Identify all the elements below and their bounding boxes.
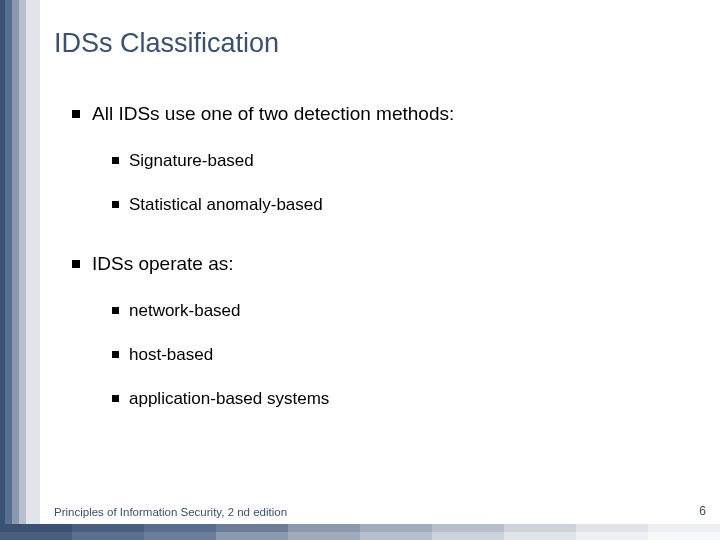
bullet-level-2: Statistical anomaly-based	[112, 195, 694, 215]
page-number: 6	[699, 504, 706, 518]
page-title: IDSs Classification	[54, 28, 694, 59]
bullet-level-1: IDSs operate as:	[72, 253, 694, 275]
bullet-text: All IDSs use one of two detection method…	[92, 103, 454, 125]
left-decoration-stripe	[0, 0, 40, 524]
bullet-text: Signature-based	[129, 151, 254, 171]
square-bullet-icon	[112, 395, 119, 402]
square-bullet-icon	[72, 260, 80, 268]
bullet-text: IDSs operate as:	[92, 253, 234, 275]
square-bullet-icon	[112, 307, 119, 314]
bottom-decoration-bar	[0, 524, 720, 540]
bullet-text: Statistical anomaly-based	[129, 195, 323, 215]
square-bullet-icon	[72, 110, 80, 118]
square-bullet-icon	[112, 157, 119, 164]
bullet-level-2: network-based	[112, 301, 694, 321]
bullet-level-2: application-based systems	[112, 389, 694, 409]
footer-text: Principles of Information Security, 2 nd…	[54, 506, 287, 518]
slide-content: IDSs Classification All IDSs use one of …	[54, 28, 694, 433]
square-bullet-icon	[112, 201, 119, 208]
square-bullet-icon	[112, 351, 119, 358]
bullet-level-2: host-based	[112, 345, 694, 365]
bullet-text: application-based systems	[129, 389, 329, 409]
bullet-level-1: All IDSs use one of two detection method…	[72, 103, 694, 125]
bullet-level-2: Signature-based	[112, 151, 694, 171]
bullet-text: host-based	[129, 345, 213, 365]
bullet-text: network-based	[129, 301, 241, 321]
